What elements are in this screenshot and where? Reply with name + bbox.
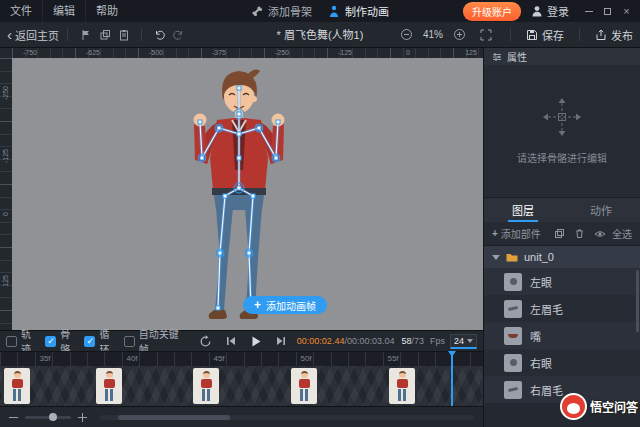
timeline-zoom-slider[interactable] [25,416,71,419]
zoom-in-button[interactable] [450,25,469,45]
panel-scrollbar[interactable] [636,270,639,332]
watermark-text: 悟空问答 [590,398,638,415]
layer-row-left-eye[interactable]: 左眼 [484,268,640,295]
checkbox [124,336,135,347]
duplicate-button[interactable] [95,25,114,45]
menu-help[interactable]: 帮助 [85,0,128,22]
fps-dropdown[interactable]: 24 [450,334,477,349]
slider-handle[interactable] [49,413,57,421]
play-icon [250,335,262,348]
vertical-ruler: -250 -125 0 125 [0,58,12,330]
flag-button[interactable] [76,25,95,45]
ruler-label: -125 [338,49,352,56]
timeline-scrollbar[interactable] [100,415,474,420]
add-animation-frame-button[interactable]: + 添加动画帧 [243,296,327,314]
menu-group: 文件 编辑 帮助 [0,0,128,22]
separator [510,28,511,41]
chevron-down-icon[interactable] [492,255,500,260]
tab-layers[interactable]: 图层 [484,198,562,222]
save-button[interactable]: 保存 [526,27,564,43]
wukong-logo-icon [560,393,587,420]
layer-label: 左眉毛 [530,301,563,317]
login-button[interactable]: 登录 [531,3,569,19]
fit-screen-button[interactable] [476,25,495,45]
zoom-out-button[interactable] [397,25,416,45]
keyframe-thumbnail[interactable] [96,368,122,404]
canvas-area: -750 -625 -500 -375 -250 -125 0 125 -250… [0,48,483,330]
layer-thumbnail [504,354,522,372]
keyframe-thumbnail[interactable] [193,368,219,404]
current-time: 00:00:02.44 [297,336,345,346]
menu-edit[interactable]: 编辑 [42,0,85,22]
back-home-label: 返回主页 [15,27,59,43]
add-part-button[interactable]: + 添加部件 [492,226,541,241]
maximize-button[interactable] [598,0,617,22]
character-canvas[interactable] [12,58,483,330]
zoom-level: 41% [423,29,443,40]
upgrade-account-button[interactable]: 升级账户 [463,2,521,21]
frame-tick-label: 45f [213,354,224,363]
ruler-label: -500 [149,49,163,56]
keyframe-strip[interactable] [0,366,483,406]
keyframe-thumbnail[interactable] [291,368,317,404]
menubar: 文件 编辑 帮助 添加骨架 制作动画 升级账户 登录 [0,0,640,22]
ruler-label: -625 [86,49,100,56]
layer-thumbnail [504,327,522,345]
back-home-button[interactable]: ‹ 返回主页 [7,24,59,46]
undo-icon [153,29,166,41]
prev-frame-button[interactable] [224,334,238,348]
layer-label: 右眉毛 [530,382,563,398]
restart-button[interactable] [199,334,213,348]
make-animation-label: 制作动画 [345,3,389,19]
ruler-label: -750 [23,49,37,56]
publish-button[interactable]: 发布 [595,27,633,43]
scrollbar-thumb[interactable] [118,415,230,420]
publish-icon [595,29,607,41]
close-icon: × [623,5,629,17]
zoom-out-icon[interactable] [9,417,18,418]
playhead[interactable] [451,351,453,406]
folder-icon [506,252,518,262]
move-cross-icon [542,97,582,137]
ruler-label: 125 [465,49,477,56]
ruler-label: -375 [212,49,226,56]
publish-label: 发布 [611,27,633,43]
plus-icon: + [492,228,498,239]
save-label: 保存 [542,27,564,43]
visibility-button[interactable] [592,226,607,241]
zoom-in-icon[interactable] [78,413,87,422]
clipboard-button[interactable] [114,25,133,45]
animate-person-icon [328,5,340,18]
stage[interactable]: + 添加动画帧 [12,58,483,330]
properties-icon [492,52,502,62]
keyframe-thumbnail[interactable] [4,368,30,404]
menu-file[interactable]: 文件 [0,0,42,22]
ruler-label: -250 [275,49,289,56]
close-button[interactable]: × [617,0,636,22]
next-frame-button[interactable] [274,334,288,348]
delete-layer-button[interactable] [572,226,587,241]
fit-screen-icon [480,29,492,41]
chevron-down-icon [467,339,473,343]
ruler-corner [0,48,12,58]
properties-header: 属性 [484,48,640,65]
layer-group-unit0[interactable]: unit_0 [484,246,640,268]
play-button[interactable] [249,334,263,348]
minimize-button[interactable] [579,0,598,22]
layer-label: 左眼 [530,274,552,290]
duplicate-layer-button[interactable] [552,226,567,241]
properties-empty-state: 请选择骨骼进行编辑 [484,65,640,198]
checkbox [45,336,56,347]
layer-row-right-eye[interactable]: 右眼 [484,349,640,376]
layer-row-mouth[interactable]: 嘴 [484,322,640,349]
tab-actions[interactable]: 动作 [562,198,640,222]
step-forward-icon [275,335,287,347]
keyframe-thumbnail[interactable] [389,368,415,404]
timeline-ruler[interactable]: 35f 40f 45f 50f 55f [0,351,483,366]
make-animation-tool[interactable]: 制作动画 [328,3,389,19]
select-all-button[interactable]: 全选 [612,226,632,241]
layer-row-left-brow[interactable]: 左眉毛 [484,295,640,322]
redo-button[interactable] [169,25,188,45]
add-skeleton-tool[interactable]: 添加骨架 [251,3,312,19]
undo-button[interactable] [150,25,169,45]
